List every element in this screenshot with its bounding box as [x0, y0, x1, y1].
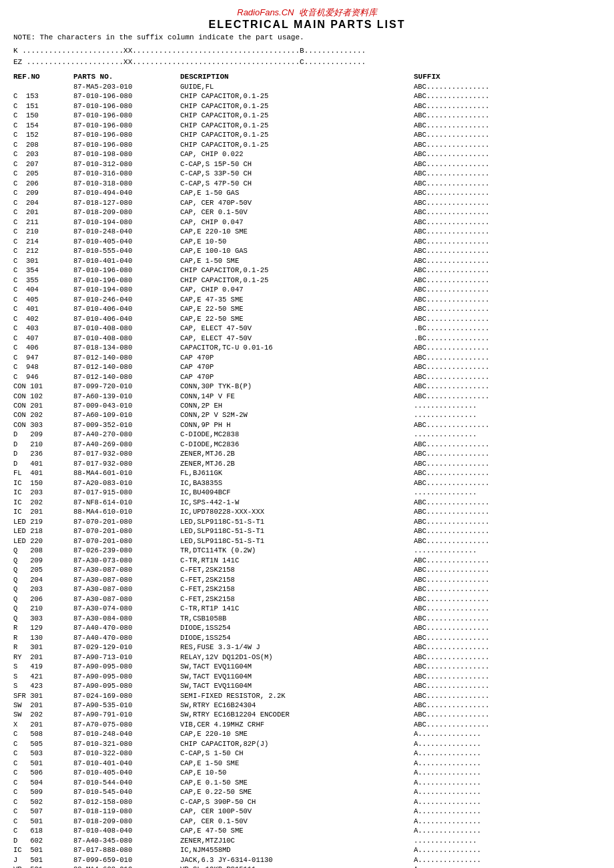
cell-ref: IC 201 — [13, 507, 73, 516]
table-row: CON 20287-A60-109-010CONN,2P V S2M-2W ..… — [13, 410, 601, 420]
cell-suffix: ABC............... — [414, 701, 601, 710]
cell-parts: 87-070-201-080 — [73, 536, 180, 546]
dotline-k: K .......................XX.............… — [13, 45, 601, 57]
cell-desc: C-CAP,S 15P-50 CH — [180, 159, 414, 169]
cell-parts: 87-A30-073-080 — [73, 556, 180, 565]
cell-parts: 87-010-494-040 — [73, 188, 180, 197]
table-row: C 15087-010-196-080CHIP CAPACITOR,0.1-25… — [13, 111, 601, 120]
cell-ref: C 151 — [13, 101, 73, 111]
cell-suffix: ABC............... — [414, 681, 601, 691]
table-row: C 40387-010-408-080CAP, ELECT 47-50V .BC… — [13, 324, 601, 333]
table-row: IC 20188-MA4-610-010IC,UPD780228-XXX-XXX… — [13, 507, 601, 516]
cell-ref: Q 205 — [13, 565, 73, 574]
cell-desc: SW,RTRY EC16B24304 — [180, 701, 414, 710]
cell-ref: S 419 — [13, 662, 73, 671]
cell-ref: C 153 — [13, 91, 73, 101]
table-row: C 40687-018-134-080CAPACITOR,TC-U 0.01-1… — [13, 343, 601, 352]
cell-parts: 87-010-405-040 — [73, 237, 180, 246]
cell-ref: C 401 — [13, 304, 73, 314]
table-row: Q 20487-A30-087-080C-FET,2SK2158 ABC....… — [13, 575, 601, 584]
cell-suffix: A............... — [414, 807, 601, 816]
cell-parts: 87-029-129-010 — [73, 642, 180, 652]
note-line: NOTE: The characters in the suffix colum… — [13, 33, 601, 41]
col-header-ref: REF.NO — [13, 73, 73, 81]
cell-parts: 87-070-201-080 — [73, 517, 180, 526]
table-row: Q 20687-A30-087-080C-FET,2SK2158 ABC....… — [13, 594, 601, 604]
cell-parts: 87-012-140-080 — [73, 353, 180, 362]
cell-suffix: ABC............... — [414, 276, 601, 285]
cell-parts: 87-010-194-080 — [73, 218, 180, 227]
cell-ref: C 508 — [13, 729, 73, 739]
cell-suffix: A............... — [414, 739, 601, 749]
cell-suffix: ABC............... — [414, 642, 601, 652]
cell-desc: C-CAP,S 1-50 CH — [180, 749, 414, 758]
cell-parts: 87-A40-470-080 — [73, 623, 180, 632]
table-row: C 50687-010-405-040CAP,E 10-50 A........… — [13, 768, 601, 777]
cell-desc: RES,FUSE 3.3-1/4W J — [180, 642, 414, 652]
cell-parts: 87-010-196-080 — [73, 101, 180, 111]
cell-parts: 87-A40-470-080 — [73, 633, 180, 642]
cell-suffix: ABC............... — [414, 449, 601, 458]
cell-desc: DIODE,1SS254 — [180, 623, 414, 632]
cell-desc: CAP, CHIP 0.047 — [180, 285, 414, 294]
cell-suffix: ABC............... — [414, 420, 601, 430]
cell-parts: 87-010-401-040 — [73, 759, 180, 768]
cell-ref: C 355 — [13, 276, 73, 285]
cell-desc: CAP, ELECT 47-50V — [180, 324, 414, 333]
cell-ref: C 947 — [13, 353, 73, 362]
table-row: IC 20287-NF8-614-010IC,SPS-442-1-W ABC..… — [13, 498, 601, 507]
cell-suffix: A............... — [414, 826, 601, 835]
cell-ref: SW 202 — [13, 710, 73, 719]
cell-parts: 87-010-196-080 — [73, 140, 180, 149]
cell-ref: C 210 — [13, 227, 73, 236]
table-row: D 23687-017-932-080ZENER,MTJ6.2B ABC....… — [13, 449, 601, 458]
cell-parts: 87-A90-095-080 — [73, 681, 180, 691]
cell-suffix: ABC............... — [414, 169, 601, 178]
cell-suffix: ABC............... — [414, 478, 601, 488]
cell-suffix: ABC............... — [414, 691, 601, 701]
cell-suffix: ABC............... — [414, 285, 601, 294]
cell-suffix: .BC............... — [414, 334, 601, 343]
cell-desc: CAP,E 47-50 SME — [180, 826, 414, 835]
table-row: CON 10287-A60-139-010CONN,14P V FE ABC..… — [13, 392, 601, 401]
cell-suffix: .BC............... — [414, 324, 601, 333]
cell-ref: C 205 — [13, 169, 73, 178]
cell-parts: 87-A90-791-010 — [73, 710, 180, 719]
cell-suffix: ABC............... — [414, 140, 601, 149]
table-row: SW 20287-A90-791-010SW,RTRY EC16B12204 E… — [13, 710, 601, 719]
cell-desc: C-DIODE,MC2836 — [180, 440, 414, 449]
table-row: IC 20387-017-915-080IC,BU4094BCF .......… — [13, 488, 601, 497]
cell-desc: SW,RTRY EC16B12204 ENCODER — [180, 710, 414, 719]
cell-parts: 87-018-134-080 — [73, 343, 180, 352]
cell-suffix: ABC............... — [414, 720, 601, 729]
cell-parts: 87-017-888-080 — [73, 845, 180, 855]
table-row: S 42187-A90-095-080SW,TACT EVQ11G04M ABC… — [13, 672, 601, 681]
cell-ref: C 203 — [13, 149, 73, 159]
cell-desc: CONN,2P V S2M-2W — [180, 410, 414, 420]
cell-suffix: ABC............... — [414, 207, 601, 217]
cell-parts: 87-010-322-080 — [73, 749, 180, 758]
cell-suffix: ABC............... — [414, 575, 601, 584]
cell-desc: CAP, CER 0.1-50V — [180, 207, 414, 217]
cell-parts: 88-MA4-608-010 — [73, 865, 180, 868]
cell-ref: Q 208 — [13, 546, 73, 555]
cell-ref: R 130 — [13, 633, 73, 642]
cell-ref: C 509 — [13, 787, 73, 797]
cell-desc: CAP, CHIP 0.047 — [180, 218, 414, 227]
cell-ref: IC 203 — [13, 488, 73, 497]
cell-parts: 87-010-248-040 — [73, 227, 180, 236]
table-row: C 50387-010-322-080C-CAP,S 1-50 CH A....… — [13, 749, 601, 758]
cell-parts: 87-NF8-614-010 — [73, 498, 180, 507]
cell-desc: CAP,E 0.1-50 SME — [180, 778, 414, 787]
cell-desc: CAP,E 0.22-50 SME — [180, 787, 414, 797]
table-row: C 94887-012-140-080CAP 470P ABC.........… — [13, 362, 601, 372]
cell-ref: CON 101 — [13, 382, 73, 391]
cell-parts: 87-010-408-040 — [73, 826, 180, 835]
cell-desc: CAP 470P — [180, 362, 414, 372]
cell-suffix: ABC............... — [414, 237, 601, 246]
cell-desc: C-FET,2SK2158 — [180, 594, 414, 604]
cell-ref: IC 501 — [13, 845, 73, 855]
header-title: RadioFans.CN 收音机爱好者资料库 ELECTRICAL MAIN P… — [13, 7, 601, 31]
cell-parts: 87-A90-095-080 — [73, 672, 180, 681]
cell-desc: CHIP CAPACITOR,0.1-25 — [180, 130, 414, 139]
